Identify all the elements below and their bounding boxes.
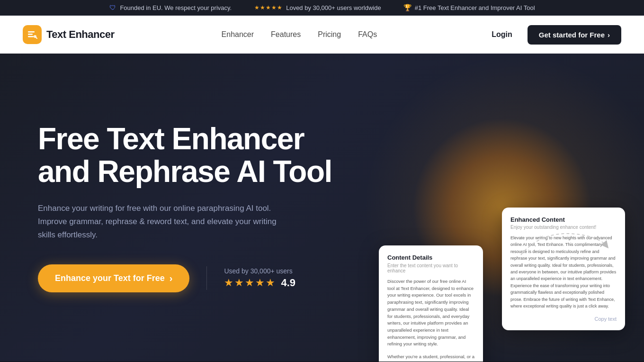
get-started-arrow: › [608,31,610,39]
card-input-text1: Discover the power of our free online AI… [387,278,474,348]
topbar-award-text: #1 Free Text Enhancer and Improver AI To… [415,4,535,11]
cta-divider [206,266,207,290]
enhance-cta-label: Enhance your Text for Free [55,273,165,283]
logo[interactable]: Text Enhancer [23,25,114,44]
social-proof: Used by 30,000+ users ★★★★★ 4.9 [224,267,295,289]
card-input-subtitle: Enter the text content you want to enhan… [387,263,474,273]
get-started-button[interactable]: Get started for Free › [528,25,621,45]
rating-number: 4.9 [281,277,295,289]
nav-item-faqs[interactable]: FAQs [358,30,377,39]
shield-icon: 🛡 [109,4,116,11]
hero-subtitle: Enhance your writing for free with our o… [38,202,284,242]
topbar-stars: ★★★★★ [254,4,283,11]
rating-stars: ★★★★★ [224,277,276,289]
logo-icon [23,25,42,44]
enhance-cta-button[interactable]: Enhance your Text for Free › [38,264,189,292]
hero-section: Free Text Enhancer and Rephrase AI Tool … [0,54,644,362]
navbar: Text Enhancer Enhancer Features Pricing … [0,16,644,54]
topbar-privacy: 🛡 Founded in EU. We respect your privacy… [109,4,232,11]
topbar-users-text: Loved by 30,000+ users worldwide [286,4,381,11]
nav-link-faqs[interactable]: FAQs [358,30,377,38]
card-output-title: Enhanced Content [510,216,617,223]
topbar-award: 🏆 #1 Free Text Enhancer and Improver AI … [404,4,535,11]
svg-rect-0 [28,31,35,33]
nav-item-features[interactable]: Features [271,30,301,39]
card-output-subtitle: Enjoy your outstanding enhance content! [510,225,617,230]
svg-rect-2 [28,36,34,37]
get-started-label: Get started for Free [539,31,605,39]
login-button[interactable]: Login [484,27,520,43]
hero-title: Free Text Enhancer and Rephrase AI Tool [38,123,360,188]
trophy-icon: 🏆 [404,4,411,11]
card-content-details: Content Details Enter the text content y… [379,245,483,362]
nav-item-enhancer[interactable]: Enhancer [222,30,254,39]
svg-rect-1 [28,34,33,35]
hero-title-line1: Free Text Enhancer [38,122,304,156]
nav-link-enhancer[interactable]: Enhancer [222,30,254,38]
topbar-privacy-text: Founded in EU. We respect your privacy. [120,4,232,11]
topbar: 🛡 Founded in EU. We respect your privacy… [0,0,644,16]
copy-text-button[interactable]: Copy text [510,316,617,322]
svg-line-4 [36,37,37,38]
hero-cta-row: Enhance your Text for Free › Used by 30,… [38,264,360,292]
enhance-cta-arrow: › [170,273,173,284]
card-enhanced-content: Enhanced Content Enjoy your outstanding … [502,208,625,330]
hero-title-line2: and Rephrase AI Tool [38,154,332,189]
hero-left: Free Text Enhancer and Rephrase AI Tool … [38,123,360,292]
topbar-users: ★★★★★ Loved by 30,000+ users worldwide [254,4,381,11]
card-input-text2: Whether you're a student, professional, … [387,353,474,362]
nav-links: Enhancer Features Pricing FAQs [222,30,377,39]
card-output-text: Elevate your writing to new heights with… [510,235,617,309]
social-proof-label: Used by 30,000+ users [224,267,295,275]
nav-link-pricing[interactable]: Pricing [318,30,341,38]
card-input-title: Content Details [387,254,474,261]
nav-link-features[interactable]: Features [271,30,301,38]
nav-actions: Login Get started for Free › [484,25,621,45]
logo-text: Text Enhancer [46,28,114,41]
nav-item-pricing[interactable]: Pricing [318,30,341,39]
social-proof-row: ★★★★★ 4.9 [224,277,295,289]
